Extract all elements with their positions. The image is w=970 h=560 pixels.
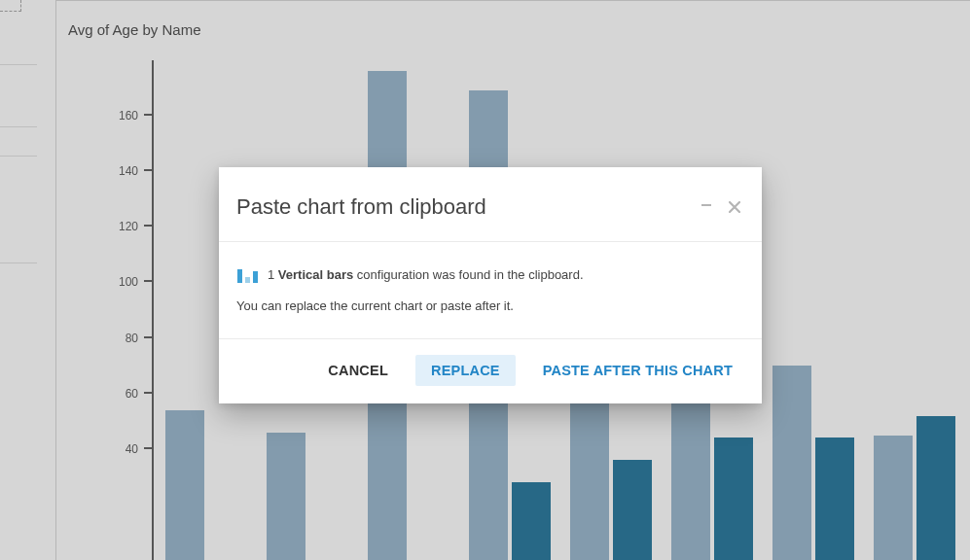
modal-header-icons xyxy=(701,200,740,215)
paste-chart-modal: Paste chart from clipboard 1 Vertical ba… xyxy=(219,167,762,403)
modal-footer: CANCEL REPLACE PASTE AFTER THIS CHART xyxy=(219,339,762,403)
paste-after-button[interactable]: PASTE AFTER THIS CHART xyxy=(533,355,742,386)
found-suffix: configuration was found in the clipboard… xyxy=(357,267,584,282)
modal-instruction: You can replace the current chart or pas… xyxy=(236,298,744,313)
close-icon[interactable] xyxy=(729,200,740,215)
app-root: Avg of Age by Name 40 60 80 100 120 140 … xyxy=(0,0,970,560)
cancel-button[interactable]: CANCEL xyxy=(318,355,398,386)
modal-body: 1 Vertical bars configuration was found … xyxy=(219,242,762,339)
clipboard-info-text: 1 Vertical bars configuration was found … xyxy=(268,267,584,282)
found-type: Vertical bars xyxy=(278,267,353,282)
vertical-bars-icon xyxy=(236,265,260,283)
found-count: 1 xyxy=(268,267,274,282)
minimize-icon[interactable] xyxy=(701,204,711,206)
clipboard-info-row: 1 Vertical bars configuration was found … xyxy=(236,265,744,283)
replace-button[interactable]: REPLACE xyxy=(415,355,516,386)
modal-header: Paste chart from clipboard xyxy=(219,167,762,242)
modal-title: Paste chart from clipboard xyxy=(236,194,701,220)
